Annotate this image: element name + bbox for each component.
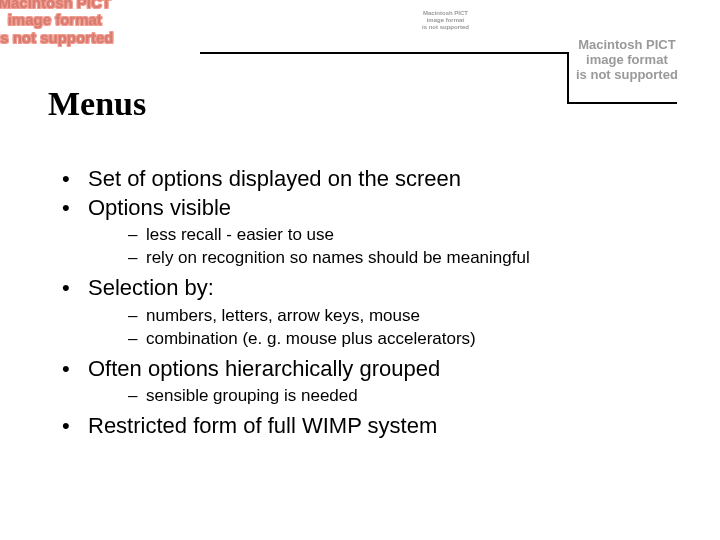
subbullet-text: rely on recognition so names should be m…: [146, 248, 530, 267]
subbullet-text: combination (e. g. mouse plus accelerato…: [146, 329, 476, 348]
subbullet-item: less recall - easier to use: [128, 224, 680, 247]
bullet-item: Restricted form of full WIMP system: [60, 412, 680, 441]
box-edge-bottom: [567, 102, 677, 104]
box-edge-vertical: [567, 52, 569, 104]
subbullet-item: sensible grouping is needed: [128, 385, 680, 408]
bullet-item: Often options hierarchically grouped sen…: [60, 355, 680, 409]
slide-title: Menus: [48, 85, 146, 123]
subbullet-item: numbers, letters, arrow keys, mouse: [128, 305, 680, 328]
bullet-text: Options visible: [88, 195, 231, 220]
bullet-text: Restricted form of full WIMP system: [88, 413, 437, 438]
missing-image-placeholder-left: Macintosh PICT image format is not suppo…: [0, 0, 114, 46]
bullet-item: Set of options displayed on the screen: [60, 165, 680, 194]
missing-image-placeholder-right: Macintosh PICT image format is not suppo…: [576, 38, 678, 83]
horizontal-rule: [200, 52, 568, 54]
bullet-text: Set of options displayed on the screen: [88, 166, 461, 191]
subbullet-text: numbers, letters, arrow keys, mouse: [146, 306, 420, 325]
missing-image-placeholder-mid: Macintosh PICT image format is not suppo…: [422, 10, 469, 31]
bullet-text: Selection by:: [88, 275, 214, 300]
bullet-text: Often options hierarchically grouped: [88, 356, 440, 381]
subbullet-text: sensible grouping is needed: [146, 386, 358, 405]
subbullet-item: rely on recognition so names should be m…: [128, 247, 680, 270]
bullet-item: Options visible less recall - easier to …: [60, 194, 680, 270]
bullet-item: Selection by: numbers, letters, arrow ke…: [60, 274, 680, 350]
subbullet-text: less recall - easier to use: [146, 225, 334, 244]
slide-body: Set of options displayed on the screen O…: [60, 165, 680, 441]
subbullet-item: combination (e. g. mouse plus accelerato…: [128, 328, 680, 351]
